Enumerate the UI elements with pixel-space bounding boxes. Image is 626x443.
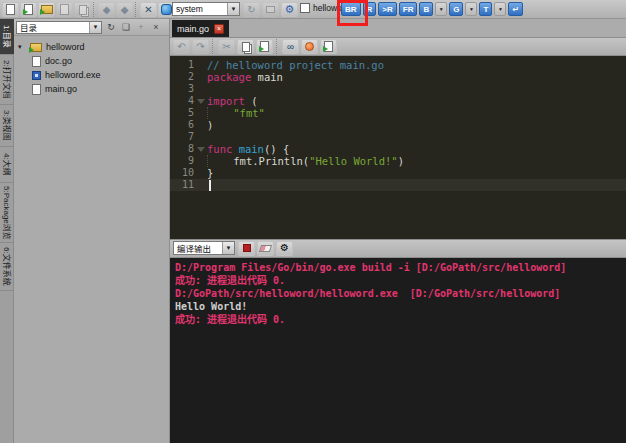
new-file-icon [6,4,15,15]
stop-process-icon [243,244,251,252]
build-output-console[interactable]: D:/Program Files/Go/bin/go.exe build -i … [170,258,626,443]
open-file-icon [24,4,33,15]
back-button: ◆ [98,2,115,17]
insert-line-button[interactable]: ↵ [508,2,523,16]
line-number: 2 [170,71,194,83]
output-settings-button[interactable]: ⚙ [276,241,293,256]
toolbar-file-group: ◆◆✕Go [2,2,193,17]
code-line-2: 2package main [170,71,626,83]
undo-icon: ↶ [177,42,185,52]
breakpoint-button[interactable] [301,39,318,54]
chevron-down-icon[interactable]: ▼ [89,22,101,33]
editor-toolbar: ↶↷✂∞ [170,38,626,56]
undo-button: ↶ [173,39,190,54]
back-icon: ◆ [103,5,111,15]
fold-marker-icon[interactable] [194,147,207,152]
code-token [207,107,233,119]
expand-arrow-icon[interactable]: ▾ [18,43,26,51]
text-cursor [209,180,211,191]
sync-editor-icon[interactable]: ↻ [104,21,118,34]
build-actions-group: BRR>RFRB▼G▼T▼↵ [341,2,523,16]
main-toolbar: ◆◆✕Go system ▼ ↻ ⚙ helloword BRR>RFRB▼G▼… [0,0,626,19]
expand-all-icon: + [134,21,148,34]
output-settings-icon: ⚙ [280,243,289,253]
sidebar-tabstrip: 1:目录2:打开文档3:类视图4:大纲5:Package浏览6:文件系统 [0,19,14,443]
stop-process-button[interactable] [238,241,255,256]
line-number: 10 [170,167,194,179]
editor-tab-maingo[interactable]: main.go × [172,20,229,37]
console-line: 成功: 进程退出代码 0. [175,274,621,287]
code-token: ( [245,95,258,107]
tree-item-helloword[interactable]: ▾helloword [16,40,167,54]
build-button[interactable]: B [419,2,433,16]
reload-env-icon: ↻ [247,5,255,15]
link-edit-button[interactable]: ∞ [282,39,299,54]
sidebar-tab-4[interactable]: 4:大纲 [0,147,14,183]
tree-item-main-go[interactable]: main.go [16,82,167,96]
file-run-button[interactable]: FR [399,2,418,16]
cut-button: ✂ [218,39,235,54]
run-terminal-button[interactable]: >R [378,2,396,16]
chevron-down-icon[interactable]: ▼ [227,3,239,15]
tree-item-doc-go[interactable]: doc.go [16,54,167,68]
settings-button[interactable]: ⚙ [281,2,298,17]
close-panel-icon[interactable]: × [149,21,163,34]
code-token: "fmt" [233,107,265,119]
sidebar-tab-3[interactable]: 3:类视图 [0,105,14,147]
build-button-dropdown[interactable]: ▼ [435,2,447,16]
env-select-combo[interactable]: system ▼ [172,2,240,16]
code-token: import [207,95,245,107]
get-button-dropdown[interactable]: ▼ [465,2,477,16]
sidebar-tab-6[interactable]: 6:文件系统 [0,243,14,291]
output-view-combo[interactable]: 编译输出 ▼ [173,241,235,255]
project-checkbox[interactable] [300,3,310,13]
open-folder-icon [41,5,53,14]
sidebar-header: 目录 ▼ ↻❏+× [14,19,169,36]
paste-button[interactable] [256,39,273,54]
code-line-5: 5 "fmt" [170,107,626,119]
toolbar-gear-group: ⚙ [281,2,298,17]
sidebar-tab-5[interactable]: 5:Package浏览 [0,183,14,243]
open-file-button[interactable] [20,2,37,17]
toolbar-separator [135,2,138,17]
code-line-7: 7 [170,131,626,143]
file-icon [32,84,41,95]
tree-item-helloword-exe[interactable]: helloword.exe [16,68,167,82]
redo-icon: ↷ [196,42,204,52]
toolbar-separator [93,2,96,17]
copy-icon [242,42,250,52]
paste-icon [260,41,269,52]
save-file-button [56,2,73,17]
link-edit-icon: ∞ [287,42,294,52]
export-run-button[interactable] [320,39,337,54]
code-line-10: 10} [170,167,626,179]
debug-icon [161,4,172,15]
get-button[interactable]: G [449,2,463,16]
line-number: 1 [170,59,194,71]
code-token: func [207,143,232,155]
toolbar-separator [276,39,279,54]
sidebar-tab-1[interactable]: 1:目录 [0,19,14,55]
new-file-button[interactable] [2,2,19,17]
fold-marker-icon[interactable] [194,99,207,104]
line-number: 6 [170,119,194,131]
cascade-icon[interactable]: ❏ [119,21,133,34]
clear-output-button[interactable] [257,241,274,256]
chevron-down-icon[interactable]: ▼ [222,242,234,254]
console-line: Hello World! [175,300,621,313]
sidebar-tab-2[interactable]: 2:打开文档 [0,55,14,105]
copy-button[interactable] [237,39,254,54]
redo-button: ↷ [192,39,209,54]
save-all-icon [79,5,87,15]
test-button[interactable]: T [479,2,492,16]
code-editor[interactable]: 1// helloword project main.go2package ma… [170,56,626,239]
tree-item-label: main.go [45,84,77,94]
forward-button: ◆ [116,2,133,17]
close-tab-icon[interactable]: × [214,24,224,34]
open-folder-button[interactable] [38,2,55,17]
editor-tabbar: main.go × [170,19,626,38]
executable-icon [32,71,41,80]
build-config-button[interactable]: ✕ [140,2,157,17]
test-button-dropdown[interactable]: ▼ [494,2,506,16]
sidebar-view-combo[interactable]: 目录 ▼ [16,21,102,34]
